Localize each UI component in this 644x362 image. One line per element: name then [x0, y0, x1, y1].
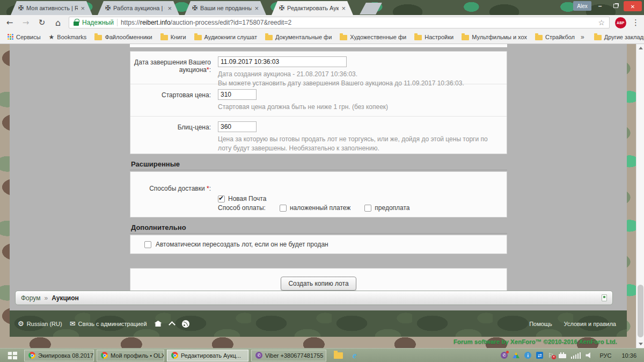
system-tray: РУС 10:36: [501, 352, 639, 359]
close-window-button[interactable]: [624, 1, 642, 11]
help-link[interactable]: Помощь: [529, 321, 552, 327]
language-chooser[interactable]: Russian (RU): [18, 320, 62, 328]
tray-action-center-flag-icon[interactable]: [548, 352, 554, 359]
bookmark-bookmarks[interactable]: Bookmarks: [47, 33, 89, 41]
additional-section-heading: Дополнительно: [130, 222, 507, 234]
nova-poshta-checkbox[interactable]: [218, 196, 225, 202]
page-scrollbar[interactable]: [636, 44, 644, 348]
terms-link[interactable]: Условия и правила: [564, 321, 616, 327]
bookmark-folder-documentary[interactable]: Документальные фи: [263, 34, 334, 40]
folder-icon: [594, 35, 602, 40]
home-icon[interactable]: [53, 18, 63, 28]
scrollbar-down-arrow[interactable]: [636, 340, 644, 348]
auto-recreate-checkbox[interactable]: [144, 241, 151, 248]
advanced-section-heading: Расширенные: [130, 158, 507, 170]
bookmark-folder-airsoft[interactable]: Страйкбол: [533, 34, 577, 40]
clipped-row-above: [130, 44, 507, 47]
folder-icon: [535, 35, 543, 40]
other-bookmarks[interactable]: Другие закладки: [592, 34, 644, 40]
internet-explorer-icon[interactable]: [353, 351, 357, 360]
bookmark-folder-audiobooks[interactable]: Аудиокниги слушат: [192, 34, 259, 40]
taskbar-button-equipment[interactable]: Экипировка 08.2017 ...: [24, 350, 94, 361]
address-bar[interactable]: Надежный https://reibert.info/auction-pr…: [69, 17, 610, 28]
browser-tab-strip: Моя активность | REIBE Работа аукциона |…: [0, 0, 644, 15]
tab-close-icon[interactable]: [80, 4, 85, 12]
file-explorer-icon[interactable]: [334, 352, 343, 359]
tray-power-icon[interactable]: [559, 354, 566, 358]
contact-admin-link[interactable]: Связь с администрацией: [70, 320, 147, 328]
tray-speaker-icon[interactable]: [586, 352, 592, 359]
bookmark-folder-movies[interactable]: Художественные фи: [338, 34, 408, 40]
bookmark-folder-books[interactable]: Книги: [158, 34, 188, 40]
window-controls: Alex: [573, 0, 644, 14]
iron-cross-favicon: [279, 4, 284, 12]
blitz-price-input[interactable]: [218, 121, 257, 132]
folder-icon: [265, 35, 273, 40]
iron-cross-favicon: [18, 4, 24, 12]
keyboard-language-indicator[interactable]: РУС: [599, 352, 611, 359]
main-fields-panel: Дата завершения Вашего аукциона*: Дата с…: [130, 51, 507, 154]
tray-viber-icon[interactable]: [501, 352, 508, 359]
prepay-checkbox[interactable]: [364, 205, 371, 212]
cod-checkbox[interactable]: [280, 205, 287, 212]
tab-unsold-lots[interactable]: Ваши не проданные лот: [185, 1, 266, 15]
forward-icon[interactable]: [20, 18, 31, 27]
tray-network-signal-icon[interactable]: [571, 352, 581, 359]
taskbar-button-olx-profile[interactable]: Мой профиль • OLX...: [97, 350, 164, 361]
site-footer: Russian (RU) Связь с администрацией Помо…: [10, 310, 627, 337]
apps-grid-icon: [8, 34, 13, 40]
scrollbar-up-arrow[interactable]: [636, 44, 644, 52]
tab-my-activity[interactable]: Моя активность | REIBE: [11, 1, 92, 15]
secure-lock-icon[interactable]: [74, 21, 79, 26]
start-price-input[interactable]: [218, 89, 257, 100]
new-tab-button[interactable]: [360, 3, 382, 15]
security-label: Надежный: [82, 19, 114, 26]
page-content: Дата завершения Вашего аукциона*: Дата с…: [10, 44, 627, 310]
url-text[interactable]: https://reibert.info/auction-process/edi…: [121, 19, 291, 26]
restore-button[interactable]: [609, 1, 621, 11]
bookmark-apps[interactable]: Сервисы: [5, 34, 43, 40]
breadcrumb-forum-link[interactable]: Форум: [21, 294, 40, 302]
tab-close-icon[interactable]: [254, 4, 259, 12]
taskbar-button-edit-auction[interactable]: Редактировать Аукц...: [167, 350, 248, 361]
tray-teamviewer-icon[interactable]: [536, 352, 543, 359]
back-icon[interactable]: [4, 18, 15, 27]
bookmark-folder-cartoons[interactable]: Мультфильмы и хох: [459, 34, 529, 40]
tab-close-icon[interactable]: [167, 4, 172, 12]
breadcrumb: Форум » Аукцион: [15, 291, 613, 305]
chrome-menu-icon[interactable]: [632, 18, 640, 27]
scrollbar-thumb[interactable]: [638, 285, 643, 337]
blitz-price-row: Блиц-цена: Цена за которую вы готовы про…: [130, 117, 507, 154]
clock[interactable]: 10:36: [621, 352, 636, 359]
tray-google-drive-icon[interactable]: [513, 352, 519, 358]
adblock-extension-icon[interactable]: ABP: [615, 17, 626, 28]
tab-close-icon[interactable]: [341, 4, 346, 12]
bookmarks-overflow-chevron[interactable]: »: [581, 33, 584, 41]
bookmark-star-icon[interactable]: [598, 18, 605, 27]
tab-auction-work[interactable]: Работа аукциона | Стра: [98, 1, 179, 15]
bookmark-folder-fileshares[interactable]: Файлообменники: [92, 34, 154, 40]
tray-info-icon[interactable]: [524, 352, 531, 359]
bookmark-folder-settings[interactable]: Настройки: [412, 34, 456, 40]
restore-icon: [613, 4, 618, 8]
delivery-option-row: Новая Почта: [218, 195, 499, 202]
envelope-icon: [70, 320, 76, 328]
minimize-button[interactable]: [594, 1, 606, 11]
taskbar-button-viber[interactable]: Viber +380677481755: [251, 350, 326, 361]
rss-icon[interactable]: [182, 320, 189, 328]
tab-title: Ваши не проданные лот: [200, 5, 252, 11]
start-button[interactable]: [3, 349, 21, 362]
create-copy-button[interactable]: Создать копию лота: [281, 277, 356, 291]
chrome-profile-badge[interactable]: Alex: [573, 1, 591, 11]
footer-home-icon[interactable]: [155, 321, 162, 327]
auction-edit-form: Дата завершения Вашего аукциона*: Дата с…: [130, 51, 507, 299]
cod-label: наложенный платеж: [290, 204, 350, 212]
folder-icon: [194, 35, 202, 40]
reload-icon[interactable]: [36, 18, 47, 27]
tab-edit-auction-active[interactable]: Редактировать Аукцион: [272, 1, 353, 15]
end-date-input[interactable]: [218, 56, 347, 67]
scroll-top-icon[interactable]: [169, 321, 175, 328]
payment-options-row: Способ оплаты: наложенный платеж предопл…: [218, 204, 499, 212]
breadcrumb-page-icon[interactable]: [602, 294, 607, 301]
close-icon: [631, 3, 635, 10]
